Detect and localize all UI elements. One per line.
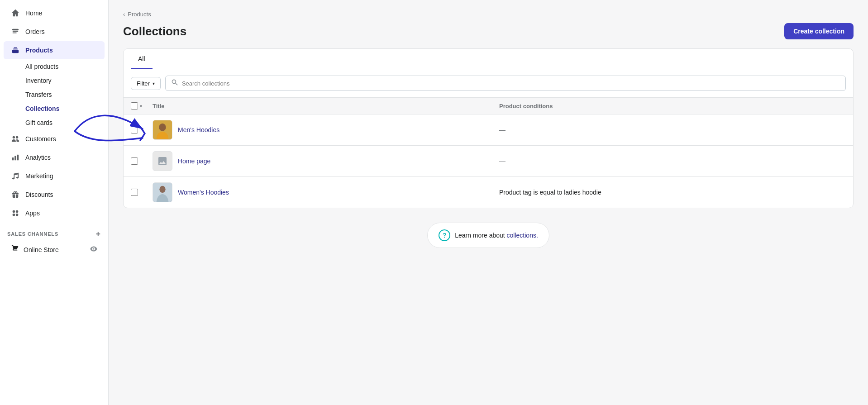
womens-hoodies-thumb: [153, 182, 172, 202]
sidebar-item-discounts[interactable]: Discounts: [4, 186, 105, 204]
row-title-homepage: Home page: [153, 151, 499, 171]
sidebar-products-label: Products: [25, 47, 53, 54]
sidebar-item-home[interactable]: Home: [4, 4, 105, 22]
sidebar-orders-label: Orders: [25, 28, 45, 35]
page-footer: ? Learn more about collections.: [123, 208, 854, 255]
learn-more-pill: ? Learn more about collections.: [427, 223, 549, 248]
collections-card: All Filter ▾ ▾: [123, 48, 854, 208]
sidebar-subitem-all-products[interactable]: All products: [4, 60, 105, 73]
sidebar-home-label: Home: [25, 10, 42, 17]
sidebar-customers-label: Customers: [25, 135, 56, 143]
table-body: Men's Hoodies — Home page: [124, 114, 853, 208]
page-title: Collections: [123, 24, 186, 38]
row-checkbox-wrap: [131, 189, 153, 196]
row-title-womens: Women's Hoodies: [153, 182, 499, 202]
online-store-icon: [11, 245, 19, 254]
breadcrumb: ‹ Products: [123, 11, 854, 18]
customers-icon: [11, 134, 20, 143]
col-header-title: Title: [153, 103, 499, 110]
table-row[interactable]: Women's Hoodies Product tag is equal to …: [124, 177, 853, 208]
mens-hoodies-link[interactable]: Men's Hoodies: [178, 126, 219, 133]
sidebar-discounts-label: Discounts: [25, 191, 53, 198]
row-conditions-mens: —: [499, 126, 846, 133]
add-channel-icon[interactable]: +: [96, 230, 101, 238]
filter-chevron-icon: ▾: [153, 81, 155, 86]
svg-point-3: [159, 186, 165, 193]
sidebar-apps-label: Apps: [25, 210, 40, 217]
row-checkbox-wrap: [131, 126, 153, 133]
table-header: ▾ Title Product conditions: [124, 98, 853, 114]
sidebar-item-marketing[interactable]: Marketing: [4, 167, 105, 185]
search-wrapper: [165, 76, 846, 91]
sidebar-item-products[interactable]: Products: [4, 41, 105, 59]
search-input[interactable]: [182, 80, 840, 87]
orders-icon: [11, 27, 20, 36]
homepage-link[interactable]: Home page: [178, 157, 210, 165]
row-conditions-womens: Product tag is equal to ladies hoodie: [499, 189, 846, 196]
home-icon: [11, 9, 20, 18]
col-header-conditions: Product conditions: [499, 103, 846, 110]
visibility-icon[interactable]: [90, 245, 97, 254]
search-icon: [171, 79, 178, 88]
learn-more-text: Learn more about collections.: [455, 232, 538, 239]
tabs-bar: All: [124, 49, 853, 69]
sidebar-item-apps[interactable]: Apps: [4, 204, 105, 222]
products-icon: [11, 46, 20, 55]
filter-button[interactable]: Filter ▾: [131, 77, 161, 90]
select-all-dropdown-icon[interactable]: ▾: [140, 104, 142, 109]
homepage-thumb: [153, 151, 172, 171]
sidebar: Home Orders Products All products: [0, 0, 109, 405]
sidebar-item-orders[interactable]: Orders: [4, 23, 105, 41]
row-title-mens: Men's Hoodies: [153, 120, 499, 140]
select-all-col: ▾: [131, 102, 153, 110]
sales-channels-section: SALES CHANNELS +: [0, 223, 108, 241]
sidebar-subitem-inventory[interactable]: Inventory: [4, 74, 105, 87]
sidebar-analytics-label: Analytics: [25, 154, 51, 161]
svg-point-1: [159, 124, 166, 131]
breadcrumb-products-link[interactable]: Products: [128, 11, 151, 18]
select-all-checkbox[interactable]: [131, 102, 138, 110]
sidebar-item-online-store[interactable]: Online Store: [4, 241, 105, 258]
sidebar-item-analytics[interactable]: Analytics: [4, 148, 105, 167]
analytics-icon: [11, 153, 20, 162]
page-header: Collections Create collection: [123, 23, 854, 39]
womens-hoodies-link[interactable]: Women's Hoodies: [178, 189, 229, 196]
row-conditions-homepage: —: [499, 157, 846, 165]
collections-link[interactable]: collections.: [507, 232, 538, 239]
marketing-icon: [11, 172, 20, 181]
create-collection-button[interactable]: Create collection: [784, 23, 854, 39]
info-icon: ?: [439, 229, 450, 241]
sidebar-subitem-transfers[interactable]: Transfers: [4, 88, 105, 101]
online-store-label: Online Store: [24, 246, 59, 253]
table-row[interactable]: Men's Hoodies —: [124, 114, 853, 146]
table-row[interactable]: Home page —: [124, 146, 853, 177]
row-checkbox-womens[interactable]: [131, 189, 138, 196]
breadcrumb-chevron: ‹: [123, 11, 125, 18]
sidebar-subitem-collections[interactable]: Collections: [4, 102, 105, 115]
main-content: ‹ Products Collections Create collection…: [109, 0, 868, 405]
discounts-icon: [11, 190, 20, 199]
row-checkbox-wrap: [131, 157, 153, 165]
sidebar-marketing-label: Marketing: [25, 172, 53, 180]
sidebar-subitem-gift-cards[interactable]: Gift cards: [4, 116, 105, 129]
apps-icon: [11, 209, 20, 218]
filter-label: Filter: [137, 80, 150, 87]
sidebar-item-customers[interactable]: Customers: [4, 130, 105, 148]
mens-hoodies-thumb: [153, 120, 172, 140]
toolbar: Filter ▾: [124, 69, 853, 98]
row-checkbox-mens[interactable]: [131, 126, 138, 133]
row-checkbox-homepage[interactable]: [131, 157, 138, 165]
tab-all[interactable]: All: [131, 49, 153, 69]
